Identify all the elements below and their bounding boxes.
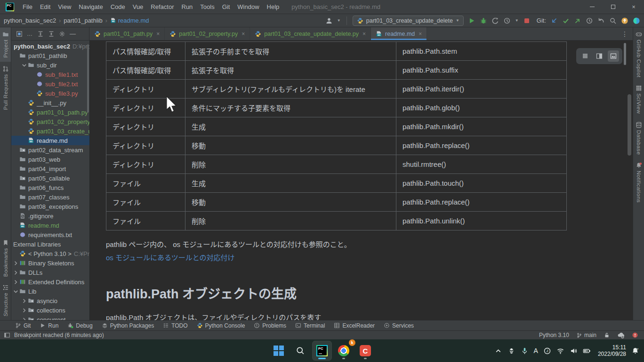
profiler-button[interactable] (491, 17, 499, 25)
stripe-button-github-copilot[interactable]: GitHub Copilot (636, 27, 642, 81)
chevron-right-icon[interactable] (12, 260, 19, 267)
preview-only-view-button[interactable] (608, 50, 619, 62)
toolwindow-button-excelreader[interactable]: ExcelReader (334, 322, 375, 329)
toolwindow-button-git[interactable]: Git (15, 322, 31, 329)
hide-panel-icon[interactable]: — (70, 30, 76, 37)
menu-navigate[interactable]: Navigate (75, 0, 106, 14)
tree-item-python-3-10[interactable]: < Python 3.10 >C:¥Program (11, 249, 89, 258)
chevron-right-icon[interactable] (21, 297, 28, 304)
tree-item-sub-file1-txt[interactable]: sub_file1.txt (11, 70, 89, 79)
toolwindow-button-python-packages[interactable]: Python Packages (102, 322, 154, 329)
menu-run[interactable]: Run (178, 0, 197, 14)
stripe-button-project[interactable]: Project (0, 27, 11, 62)
menu-view[interactable]: View (54, 0, 75, 14)
more-options-icon[interactable]: … (27, 31, 33, 37)
chevron-down-icon[interactable] (21, 62, 28, 69)
notification-bell-icon[interactable]: zz (631, 347, 639, 355)
taskbar-app-search[interactable] (291, 341, 310, 360)
tab-part01-02-property-py[interactable]: part01_02_property.py× (165, 27, 250, 40)
stripe-button-bookmarks[interactable]: Bookmarks (2, 236, 9, 280)
tree-item-init-py[interactable]: __init__.py (11, 98, 89, 107)
alarm-clock-icon[interactable]: J (543, 347, 551, 355)
search-everywhere-button[interactable] (609, 17, 617, 25)
menu-help[interactable]: Help (263, 0, 283, 14)
coverage-button[interactable] (503, 17, 511, 25)
run-configuration-select[interactable]: part01_03_create_update_delete ▼ (353, 16, 464, 26)
git-commit-button[interactable] (562, 17, 570, 25)
close-button[interactable]: × (623, 0, 644, 14)
ide-update-icon[interactable] (621, 17, 628, 25)
taskbar-app-start[interactable] (269, 341, 288, 360)
tree-item-part02-data-stream[interactable]: part02_data_stream (11, 145, 89, 155)
tab-part01-01-path-py[interactable]: part01_01_path.py× (89, 27, 165, 40)
history-button[interactable] (586, 17, 593, 25)
tab-close-icon[interactable]: × (362, 31, 366, 37)
menu-vue[interactable]: Vue (129, 0, 147, 14)
user-dropdown-caret[interactable]: ▼ (337, 19, 341, 23)
breadcrumb-item-part01-pathlib[interactable]: part01_pathlib (64, 17, 102, 24)
breadcrumb-item-readme-md[interactable]: MDreadme.md (110, 17, 149, 24)
tree-item-collections[interactable]: collections (11, 305, 89, 315)
tree-item-extended-definitions[interactable]: Extended Definitions (11, 277, 89, 287)
tab-close-icon[interactable]: × (242, 31, 245, 37)
toolwindow-button-services[interactable]: Services (384, 322, 414, 329)
breadcrumb-item-python-basic-sec2[interactable]: python_basic_sec2 (4, 17, 56, 24)
gear-icon[interactable] (59, 31, 65, 37)
interpreter-selector[interactable]: Python 3.10 (539, 332, 569, 338)
lock-icon[interactable] (604, 332, 610, 338)
taskbar-app-camtasia[interactable]: C (356, 341, 375, 360)
tree-item-sub-file2-txt[interactable]: sub_file2.txt (11, 79, 89, 89)
stripe-button-sciview[interactable]: SciView (636, 81, 642, 118)
tab-options-icon[interactable]: ⋮ (617, 27, 633, 40)
tree-item-part01-01-path-py[interactable]: part01_01_path.py (11, 107, 89, 117)
tree-item-readme-md[interactable]: MDreadme.md (11, 136, 89, 145)
debug-button[interactable] (480, 17, 487, 25)
menu-code[interactable]: Code (107, 0, 129, 14)
menu-file[interactable]: File (19, 0, 36, 14)
undo-button[interactable] (597, 17, 605, 25)
tab-readme-md[interactable]: MDreadme.md× (371, 27, 427, 40)
tree-item-binary-skeletons[interactable]: Binary Skeletons (11, 258, 89, 268)
menu-window[interactable]: Window (233, 0, 263, 14)
tool-window-toggle-icon[interactable] (4, 332, 10, 338)
wifi-icon[interactable] (556, 347, 564, 355)
git-update-button[interactable] (550, 17, 558, 25)
run-more-caret[interactable]: ▼ (515, 19, 519, 23)
toolwindow-button-todo[interactable]: TODO (163, 322, 187, 329)
tree-item-part04-import[interactable]: part04_import (11, 164, 89, 173)
tree-item-lib[interactable]: Lib (11, 287, 89, 296)
tree-item-part05-callable[interactable]: part05_callable (11, 173, 89, 183)
toolwindow-button-run[interactable]: Run (40, 322, 58, 329)
run-button[interactable] (468, 17, 475, 25)
tab-close-icon[interactable]: × (156, 31, 160, 37)
volume-icon[interactable] (570, 347, 578, 355)
tree-item-part08-exceptions[interactable]: part08_exceptions (11, 202, 89, 211)
tree-item-gitignore[interactable]: .gitignore (11, 211, 89, 221)
tree-item-part07-classes[interactable]: part07_classes (11, 192, 89, 202)
expand-all-icon[interactable] (37, 31, 44, 37)
taskbar-app-pycharm[interactable]: PC (313, 341, 331, 360)
taskbar-app-chrome[interactable]: k (334, 341, 353, 360)
tree-item-part03-web[interactable]: part03_web (11, 155, 89, 164)
stripe-button-database[interactable]: Database (636, 118, 642, 158)
stripe-button-pull-requests[interactable]: Pull Requests (2, 62, 9, 114)
editor-scrollbar[interactable] (628, 94, 631, 156)
chevron-down-icon[interactable] (12, 288, 19, 295)
project-tree-scrollbar[interactable] (87, 44, 89, 113)
menu-tools[interactable]: Tools (196, 0, 218, 14)
menu-refactor[interactable]: Refactor (147, 0, 177, 14)
tree-item-concurrent[interactable]: concurrent (11, 315, 89, 320)
tree-item-part06-funcs[interactable]: part06_funcs (11, 183, 89, 192)
maximize-button[interactable] (603, 0, 623, 14)
stripe-button-notifications[interactable]: Notifications (636, 158, 642, 206)
stop-button[interactable] (523, 17, 531, 25)
tree-item-external-libraries[interactable]: External Libraries (11, 239, 89, 249)
chevron-right-icon[interactable] (12, 269, 19, 276)
split-view-button[interactable] (594, 50, 605, 62)
tree-item-sub-file3-py[interactable]: sub_file3.py (11, 89, 89, 98)
ime-icon[interactable]: A (534, 347, 538, 354)
tree-item-part01-pathlib[interactable]: part01_pathlib (11, 51, 89, 60)
toolwindow-button-problems[interactable]: Problems (254, 322, 286, 329)
taskbar-clock[interactable]: 15:11 2022/09/28 (598, 344, 626, 357)
cloud-settings-icon[interactable] (617, 331, 625, 339)
